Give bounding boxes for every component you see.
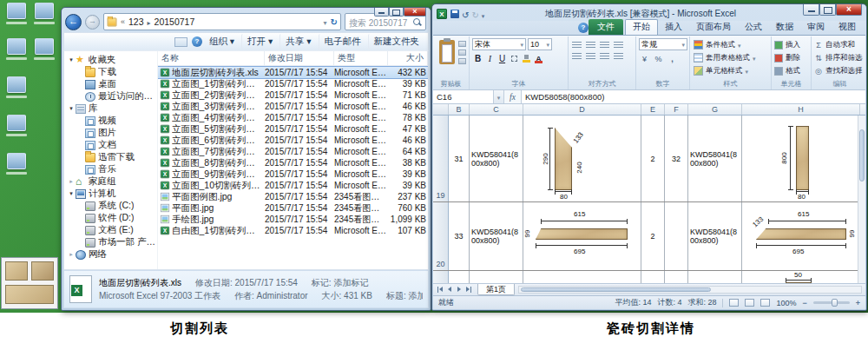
- cell-empty[interactable]: [665, 271, 688, 283]
- sidebar-item[interactable]: 系统 (C:): [64, 200, 157, 212]
- vertical-scrollbar[interactable]: [858, 116, 865, 283]
- maximize-button[interactable]: [819, 4, 836, 16]
- delete-cells-button[interactable]: 删除: [774, 51, 808, 64]
- sidebar-item[interactable]: 图片: [64, 127, 157, 139]
- page-layout-view-icon[interactable]: [745, 299, 754, 307]
- horizontal-scrollbar[interactable]: [518, 286, 862, 294]
- formula-input[interactable]: KWD58058(800x800): [522, 90, 865, 103]
- row-header[interactable]: 19: [433, 116, 449, 201]
- breadcrumb-segment[interactable]: 123: [128, 17, 144, 27]
- command-bar-item[interactable]: 组织 ▾: [204, 34, 240, 50]
- maximize-button[interactable]: [389, 8, 404, 17]
- ribbon-tab[interactable]: 文件: [589, 19, 623, 35]
- breadcrumb-segment[interactable]: 20150717: [155, 17, 195, 27]
- cell-empty[interactable]: [641, 271, 665, 283]
- expander-icon[interactable]: [67, 190, 76, 197]
- cell-tile-diagram[interactable]: 615 99 695: [523, 202, 641, 270]
- align-middle-button[interactable]: [585, 40, 596, 50]
- first-sheet-icon[interactable]: [436, 286, 444, 294]
- align-left-button[interactable]: [571, 51, 582, 61]
- merge-center-button[interactable]: [613, 51, 624, 61]
- file-row[interactable]: 地面层切割砖列表.xls 2015/7/17 15:54 Microsoft E…: [158, 67, 428, 78]
- change-view-icon[interactable]: [174, 37, 187, 47]
- ribbon-tab[interactable]: 审阅: [800, 20, 832, 35]
- column-header[interactable]: B: [449, 104, 470, 115]
- help-icon[interactable]: [578, 23, 589, 33]
- command-bar-item[interactable]: 共享 ▾: [279, 34, 316, 50]
- cell-quantity[interactable]: 2: [641, 116, 665, 201]
- currency-format-button[interactable]: [639, 53, 650, 63]
- format-as-table-button[interactable]: 套用表格格式: [693, 51, 768, 64]
- close-button[interactable]: [836, 4, 862, 16]
- refresh-icon[interactable]: [331, 17, 338, 27]
- file-row[interactable]: 平面图例图.jpg 2015/7/17 15:54 2345看图王 JPG 图片…: [158, 191, 428, 202]
- desktop-icon[interactable]: [31, 38, 57, 68]
- desktop-icon[interactable]: [3, 3, 30, 32]
- align-center-button[interactable]: [585, 51, 596, 61]
- zoom-slider-thumb[interactable]: [832, 299, 838, 307]
- ribbon-tab[interactable]: 视图: [832, 20, 863, 35]
- comma-format-button[interactable]: [667, 53, 678, 63]
- cell-item-number[interactable]: 33: [449, 202, 470, 270]
- column-header-name[interactable]: 名称: [158, 51, 265, 65]
- desktop-icon[interactable]: [3, 153, 30, 182]
- insert-function-icon[interactable]: [504, 90, 522, 103]
- cell-item-number[interactable]: 31: [449, 116, 470, 201]
- sidebar-item[interactable]: 音乐: [64, 163, 157, 175]
- autosum-button[interactable]: 自动求和: [814, 38, 865, 51]
- align-right-button[interactable]: [599, 51, 610, 61]
- column-header-type[interactable]: 类型: [334, 51, 388, 65]
- desktop-icon[interactable]: [3, 76, 30, 106]
- cell-empty[interactable]: [470, 271, 523, 283]
- column-header-date[interactable]: 修改日期: [265, 51, 334, 65]
- address-bar[interactable]: « 123 20150717: [103, 13, 341, 30]
- sidebar-item[interactable]: 最近访问的位置: [64, 90, 157, 102]
- paste-button[interactable]: [439, 40, 455, 64]
- cell-item-number[interactable]: [665, 202, 688, 270]
- desktop-icon[interactable]: [31, 3, 57, 32]
- file-row[interactable]: 自由图_1切割砖列表.xls 2015/7/17 15:54 Microsoft…: [158, 225, 428, 236]
- column-header[interactable]: H: [742, 104, 860, 115]
- sidebar-item[interactable]: 网络: [64, 248, 157, 261]
- file-row[interactable]: 立面图_2切割砖列表.xls 2015/7/17 15:54 Microsoft…: [158, 89, 428, 101]
- ribbon-tab[interactable]: 页面布局: [689, 20, 738, 35]
- cell-quantity[interactable]: 2: [641, 202, 665, 270]
- last-sheet-icon[interactable]: [464, 286, 473, 294]
- expander-icon[interactable]: [67, 56, 76, 63]
- sidebar-item[interactable]: 下载: [64, 66, 157, 78]
- cell-tile-diagram[interactable]: 800 80: [742, 116, 858, 201]
- copy-icon[interactable]: [458, 50, 466, 56]
- breadcrumb-overflow-chevron[interactable]: «: [121, 17, 125, 26]
- sidebar-item[interactable]: 市场一部 产品（专用）: [64, 236, 157, 248]
- command-bar-item[interactable]: 打开 ▾: [241, 34, 278, 50]
- orientation-button[interactable]: [613, 40, 624, 50]
- column-header[interactable]: G: [688, 104, 742, 115]
- back-button[interactable]: [65, 14, 82, 30]
- format-cells-button[interactable]: 格式: [774, 64, 808, 77]
- cell-styles-button[interactable]: 单元格样式: [693, 64, 768, 77]
- zoom-in-icon[interactable]: [856, 299, 860, 307]
- qat-dropdown-icon[interactable]: [482, 6, 485, 22]
- file-row[interactable]: 立面图_4切割砖列表.xls 2015/7/17 15:54 Microsoft…: [158, 112, 428, 123]
- save-icon[interactable]: [450, 10, 459, 18]
- file-row[interactable]: 立面图_10切割砖列表.xls 2015/7/17 15:54 Microsof…: [158, 180, 428, 191]
- expander-icon[interactable]: [67, 178, 76, 185]
- percent-format-button[interactable]: [653, 53, 664, 63]
- column-header[interactable]: D: [523, 104, 641, 115]
- cell-empty[interactable]: [688, 271, 742, 283]
- font-size-select[interactable]: 10: [528, 38, 552, 50]
- cut-icon[interactable]: [458, 41, 466, 47]
- redo-icon[interactable]: [471, 6, 478, 22]
- expander-icon[interactable]: [67, 251, 76, 258]
- insert-cells-button[interactable]: 插入: [774, 38, 808, 51]
- address-dropdown-icon[interactable]: [324, 17, 327, 27]
- file-row[interactable]: 立面图_5切割砖列表.xls 2015/7/17 15:54 Microsoft…: [158, 123, 428, 135]
- sidebar-item[interactable]: 迅雷下载: [64, 151, 157, 163]
- command-bar-item[interactable]: 新建文件夹: [368, 34, 425, 50]
- desktop-icon[interactable]: [3, 38, 30, 68]
- details-title[interactable]: 标题: 添加标题: [386, 290, 423, 302]
- sidebar-item[interactable]: 收藏夹: [64, 54, 157, 66]
- details-tags[interactable]: 标记: 添加标记: [312, 277, 369, 289]
- page-break-view-icon[interactable]: [760, 299, 770, 307]
- font-name-select[interactable]: 宋体: [472, 38, 526, 50]
